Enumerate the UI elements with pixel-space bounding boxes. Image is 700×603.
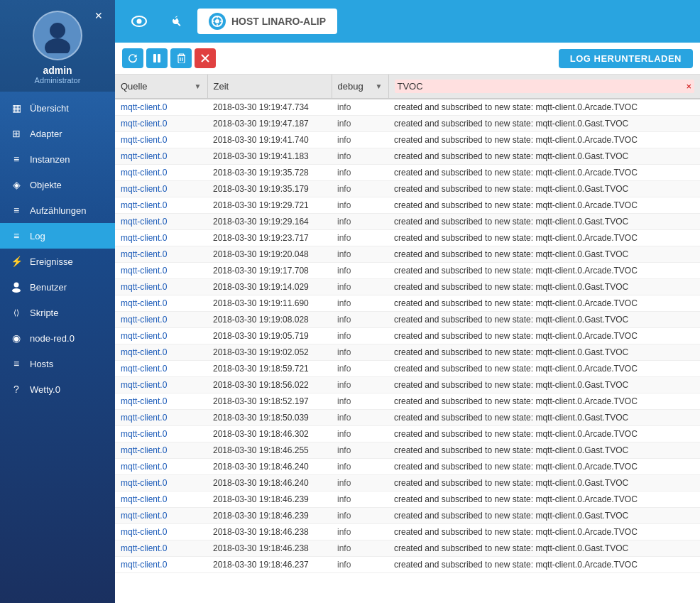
sidebar-close-button[interactable]: ✕: [88, 6, 109, 26]
cell-level: info: [332, 361, 388, 377]
svg-point-5: [137, 19, 142, 24]
source-link[interactable]: mqtt-client.0: [121, 478, 167, 488]
sidebar-item-instanzen[interactable]: ≡ Instanzen: [0, 146, 115, 172]
wrench-button[interactable]: [162, 9, 187, 34]
cell-time: 2018-03-30 19:18:46.255: [207, 442, 332, 459]
table-row: mqtt-client.02018-03-30 19:18:46.255info…: [115, 442, 700, 459]
download-button[interactable]: LOG HERUNTERLADEN: [559, 49, 693, 68]
table-row: mqtt-client.02018-03-30 19:19:11.690info…: [115, 295, 700, 312]
source-link[interactable]: mqtt-client.0: [121, 315, 167, 325]
svg-point-1: [45, 38, 70, 53]
source-link[interactable]: mqtt-client.0: [121, 168, 167, 178]
source-link[interactable]: mqtt-client.0: [121, 282, 167, 292]
svg-rect-12: [153, 54, 156, 63]
cell-message: created and subscribed to new state: mqt…: [388, 165, 700, 181]
source-link[interactable]: mqtt-client.0: [121, 527, 167, 537]
source-link[interactable]: mqtt-client.0: [121, 298, 167, 308]
col-header-level[interactable]: debug ▼: [332, 75, 388, 99]
cell-level: info: [332, 328, 388, 344]
cell-message: created and subscribed to new state: mqt…: [388, 132, 700, 148]
source-link[interactable]: mqtt-client.0: [121, 396, 167, 406]
pause-button[interactable]: [146, 48, 168, 68]
cell-source: mqtt-client.0: [115, 557, 207, 573]
table-row: mqtt-client.02018-03-30 19:18:46.239info…: [115, 508, 700, 524]
source-link[interactable]: mqtt-client.0: [121, 429, 167, 439]
sidebar-item-node-red[interactable]: ◉ node-red.0: [0, 325, 115, 351]
source-link[interactable]: mqtt-client.0: [121, 331, 167, 341]
cell-source: mqtt-client.0: [115, 442, 207, 459]
cell-source: mqtt-client.0: [115, 197, 207, 214]
table-row: mqtt-client.02018-03-30 19:19:05.719info…: [115, 328, 700, 344]
sidebar-item-adapter[interactable]: ⊞ Adapter: [0, 121, 115, 146]
cell-time: 2018-03-30 19:18:50.039: [207, 410, 332, 426]
sidebar-item-uebersicht[interactable]: ▦ Übersicht: [0, 95, 115, 121]
source-link[interactable]: mqtt-client.0: [121, 184, 167, 194]
cell-level: info: [332, 181, 388, 197]
svg-point-2: [14, 283, 19, 288]
source-link[interactable]: mqtt-client.0: [121, 462, 167, 472]
sidebar-item-ereignisse[interactable]: ⚡ Ereignisse: [0, 249, 115, 274]
source-link[interactable]: mqtt-client.0: [121, 119, 167, 129]
source-link[interactable]: mqtt-client.0: [121, 413, 167, 423]
source-link[interactable]: mqtt-client.0: [121, 380, 167, 390]
sidebar-item-hosts[interactable]: ≡ Hosts: [0, 351, 115, 376]
sidebar-item-aufzaehlungen[interactable]: ≡ Aufzählungen: [0, 197, 115, 223]
cell-time: 2018-03-30 19:18:46.302: [207, 426, 332, 442]
source-link[interactable]: mqtt-client.0: [121, 364, 167, 374]
cell-time: 2018-03-30 19:18:46.238: [207, 540, 332, 557]
sidebar-item-skripte[interactable]: ⟨⟩ Skripte: [0, 300, 115, 325]
cell-level: info: [332, 426, 388, 442]
table-row: mqtt-client.02018-03-30 19:19:29.164info…: [115, 214, 700, 230]
main-content: HOST LINARO-ALIP: [115, 0, 700, 603]
cell-message: created and subscribed to new state: mqt…: [388, 246, 700, 263]
sidebar-item-log[interactable]: ≡ Log: [0, 223, 115, 249]
message-filter-clear[interactable]: ×: [686, 81, 691, 92]
cell-time: 2018-03-30 19:19:11.690: [207, 295, 332, 312]
sidebar-item-benutzer[interactable]: Benutzer: [0, 274, 115, 300]
cell-source: mqtt-client.0: [115, 328, 207, 344]
cell-message: created and subscribed to new state: mqt…: [388, 442, 700, 459]
table-row: mqtt-client.02018-03-30 19:19:41.183info…: [115, 148, 700, 165]
source-link[interactable]: mqtt-client.0: [121, 560, 167, 570]
node-red-icon: ◉: [10, 332, 23, 344]
source-link[interactable]: mqtt-client.0: [121, 347, 167, 357]
source-link[interactable]: mqtt-client.0: [121, 102, 167, 112]
clear-button[interactable]: [170, 48, 192, 68]
col-header-source[interactable]: Quelle ▼: [115, 75, 207, 99]
cell-message: created and subscribed to new state: mqt…: [388, 361, 700, 377]
source-link[interactable]: mqtt-client.0: [121, 266, 167, 276]
cell-level: info: [332, 197, 388, 214]
sidebar-item-objekte[interactable]: ◈ Objekte: [0, 172, 115, 197]
source-link[interactable]: mqtt-client.0: [121, 445, 167, 455]
source-link[interactable]: mqtt-client.0: [121, 543, 167, 553]
log-table-container[interactable]: Quelle ▼ Zeit debug ▼: [115, 75, 700, 603]
cell-message: created and subscribed to new state: mqt…: [388, 312, 700, 328]
cell-message: created and subscribed to new state: mqt…: [388, 344, 700, 361]
source-link[interactable]: mqtt-client.0: [121, 233, 167, 243]
delete-button[interactable]: [195, 48, 216, 68]
cell-message: created and subscribed to new state: mqt…: [388, 377, 700, 393]
sidebar-item-wetty[interactable]: ? Wetty.0: [0, 376, 115, 402]
source-link[interactable]: mqtt-client.0: [121, 151, 167, 161]
cell-message: created and subscribed to new state: mqt…: [388, 524, 700, 540]
source-link[interactable]: mqtt-client.0: [121, 217, 167, 227]
sidebar-header: ✕ admin Administrator: [0, 0, 115, 92]
table-row: mqtt-client.02018-03-30 19:19:23.717info…: [115, 230, 700, 246]
col-header-time[interactable]: Zeit: [207, 75, 332, 99]
source-link[interactable]: mqtt-client.0: [121, 494, 167, 504]
source-link[interactable]: mqtt-client.0: [121, 135, 167, 145]
cell-message: created and subscribed to new state: mqt…: [388, 197, 700, 214]
cell-level: info: [332, 214, 388, 230]
source-link[interactable]: mqtt-client.0: [121, 511, 167, 521]
source-link[interactable]: mqtt-client.0: [121, 249, 167, 259]
cell-message: created and subscribed to new state: mqt…: [388, 295, 700, 312]
sidebar-item-label: Hosts: [30, 359, 53, 369]
cell-time: 2018-03-30 19:18:56.022: [207, 377, 332, 393]
refresh-button[interactable]: [122, 48, 143, 68]
cell-time: 2018-03-30 19:19:41.740: [207, 132, 332, 148]
eye-button[interactable]: [126, 9, 152, 34]
benutzer-icon: [10, 281, 23, 293]
source-link[interactable]: mqtt-client.0: [121, 200, 167, 210]
instanzen-icon: ≡: [10, 153, 23, 165]
sidebar-item-label: Ereignisse: [30, 256, 73, 267]
